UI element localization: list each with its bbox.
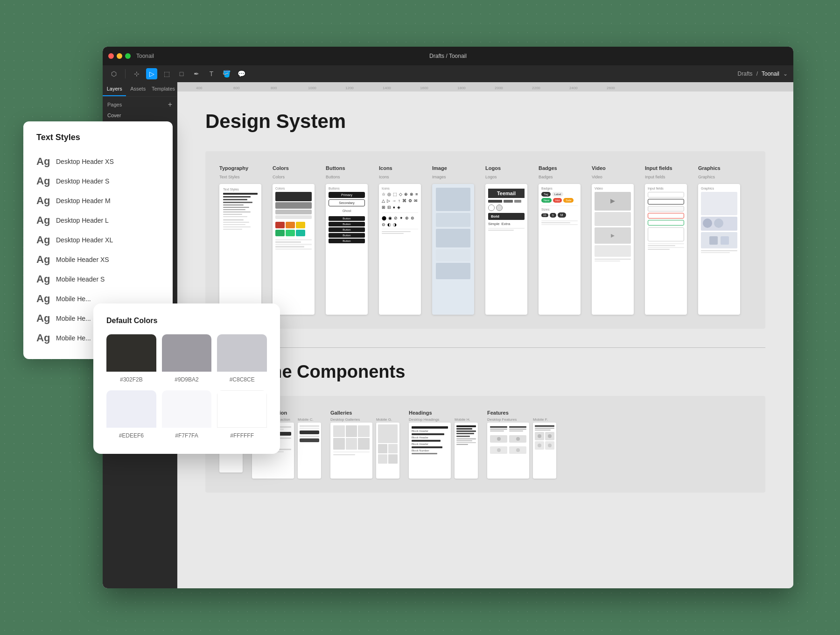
ts-item-2: Ag Desktop Header M (36, 191, 160, 211)
ds-badges-sublabel: Badges (539, 175, 581, 179)
ts-ag-9: Ag (36, 332, 50, 344)
wf-card-galleries[interactable]: Galleries Desktop Galleries (330, 410, 399, 479)
icons-frame: Icons ☆◎⬚ ◇⊕⊗ ≡△▷ →↑⌘ ⚙✉⊞ ⊟♦◈ (379, 184, 421, 315)
design-system-title: Design System (205, 110, 765, 133)
ruler-mark-9: 2000 (495, 86, 503, 90)
ts-ag-4: Ag (36, 234, 50, 246)
ds-card-image[interactable]: Image Images (432, 165, 474, 315)
ruler-mark-4: 1000 (308, 86, 316, 90)
frame-icon[interactable]: ⬚ (161, 68, 172, 79)
ts-ag-5: Ag (36, 254, 50, 266)
ds-card-graphics[interactable]: Graphics Graphics Graphics (698, 165, 740, 315)
ts-label-7: Mobile He... (56, 295, 91, 303)
wf-galleries-desktop-label: Desktop Galleries (330, 417, 372, 422)
ruler-mark-12: 2600 (607, 86, 615, 90)
ts-item-6: Ag Mobile Header S (36, 269, 160, 289)
color-hex-3: #EDEEF6 (106, 430, 156, 441)
ds-card-colors[interactable]: Colors Colors Colors (273, 165, 315, 315)
ts-ag-1: Ag (36, 175, 50, 187)
minimize-button[interactable] (117, 53, 122, 59)
ts-label-1: Desktop Header S (56, 177, 109, 185)
wf-galleries-mobile-label: Mobile G. (376, 417, 399, 422)
wireframe-title: Wireframe Components (205, 362, 765, 382)
wf-features-mobile-label: Mobile F. (533, 417, 556, 422)
logos-frame: Teemail Bold (485, 184, 527, 315)
ds-card-typography[interactable]: Typography Text Styles Text Styles (219, 165, 261, 315)
ds-typography-sublabel: Text Styles (219, 175, 261, 179)
toolbar: ⬡ ⊹ ▷ ⬚ □ ✒ T 🪣 💬 Drafts / Toonail ⌄ (103, 65, 793, 82)
section-separator (205, 347, 765, 348)
close-button[interactable] (108, 53, 114, 59)
ts-label-8: Mobile He... (56, 315, 91, 322)
ds-icons-sublabel: Icons (379, 175, 421, 179)
color-block-4 (162, 390, 212, 428)
wf-headings-mobile-label: Mobile H. (455, 417, 478, 422)
ts-label-9: Mobile He... (56, 334, 91, 342)
color-hex-2: #C8C8CE (217, 374, 267, 385)
sidebar-page-cover[interactable]: Cover (103, 111, 177, 120)
toolbar-right: Drafts / Toonail ⌄ (738, 71, 788, 77)
wireframe-grid: Mobile P... Calls to action (205, 396, 765, 493)
comment-icon[interactable]: 💬 (236, 68, 247, 79)
color-block-3 (106, 390, 156, 428)
breadcrumb: Drafts / Toonail (429, 53, 467, 59)
tab-assets[interactable]: Assets (126, 82, 149, 96)
ds-logos-sublabel: Logos (485, 175, 527, 179)
text-styles-title: Text Styles (36, 133, 160, 142)
select-icon[interactable]: ▷ (146, 68, 157, 79)
back-icon[interactable]: ⬡ (108, 68, 119, 79)
ds-card-logos[interactable]: Logos Logos Teemail (485, 165, 527, 315)
pen-icon[interactable]: ✒ (191, 68, 202, 79)
drafts-label[interactable]: Drafts (738, 71, 753, 77)
ds-card-video[interactable]: Video Video Video (592, 165, 634, 315)
ruler-mark-11: 2400 (569, 86, 578, 90)
ds-image-label: Image (432, 165, 474, 171)
pages-section: Pages + (103, 97, 177, 111)
ruler-horizontal: 400 600 800 1000 1200 1400 1600 1800 200… (177, 82, 793, 92)
wf-features-label: Features (487, 410, 556, 416)
maximize-button[interactable] (125, 53, 131, 59)
text-icon[interactable]: T (206, 68, 217, 79)
color-swatch-4: #F7F7FA (162, 390, 212, 441)
dropdown-icon[interactable]: ⌄ (783, 71, 788, 77)
color-block-5 (217, 390, 267, 428)
colors-panel-title: Default Colors (106, 317, 267, 325)
ruler-mark-3: 800 (271, 86, 277, 90)
ts-ag-8: Ag (36, 312, 50, 325)
window-controls (108, 53, 131, 59)
ts-ag-6: Ag (36, 273, 50, 285)
app-name-label: Toonail (136, 53, 154, 59)
color-swatch-3: #EDEEF6 (106, 390, 156, 441)
ds-graphics-label: Graphics (698, 165, 740, 171)
color-swatch-2: #C8C8CE (217, 334, 267, 385)
ds-card-badges[interactable]: Badges Badges Badges Tag Label New (539, 165, 581, 315)
add-page-button[interactable]: + (168, 100, 172, 109)
ts-item-1: Ag Desktop Header S (36, 171, 160, 191)
fill-icon[interactable]: 🪣 (221, 68, 232, 79)
ts-label-2: Desktop Header M (56, 197, 111, 205)
color-swatch-1: #9D9BA2 (162, 334, 212, 385)
ds-card-input-fields[interactable]: Input fields Input fields Input fields (645, 165, 687, 315)
wf-card-features[interactable]: Features Desktop Features (487, 410, 556, 479)
ds-logos-label: Logos (485, 165, 527, 171)
ds-badges-label: Badges (539, 165, 581, 171)
ruler-mark-6: 1400 (383, 86, 391, 90)
ts-item-0: Ag Desktop Header XS (36, 152, 160, 171)
color-hex-4: #F7F7FA (162, 430, 212, 441)
ts-label-3: Desktop Header L (56, 217, 109, 224)
wf-cta-mobile-label: Mobile C. (298, 417, 321, 422)
ts-label-4: Desktop Header XL (56, 236, 113, 244)
tab-templates[interactable]: Templates (150, 82, 177, 96)
badges-frame: Badges Tag Label New Hot Sale (539, 184, 581, 315)
ds-card-icons[interactable]: Icons Icons Icons ☆◎⬚ ◇⊕⊗ ≡△▷ →↑⌘ ⚙✉⊞ (379, 165, 421, 315)
tab-layers[interactable]: Layers (103, 82, 126, 96)
color-block-2 (217, 334, 267, 372)
ts-label-0: Desktop Header XS (56, 158, 114, 165)
color-swatch-0: #302F2B (106, 334, 156, 385)
project-label[interactable]: Toonail (762, 71, 779, 77)
move-icon[interactable]: ⊹ (131, 68, 142, 79)
wf-card-headings[interactable]: Headings Desktop Headings Block Header B… (409, 410, 478, 479)
shape-icon[interactable]: □ (176, 68, 187, 79)
ds-card-buttons[interactable]: Buttons Buttons Buttons Primary Secondar… (326, 165, 368, 315)
slash-sep: / (756, 71, 758, 77)
